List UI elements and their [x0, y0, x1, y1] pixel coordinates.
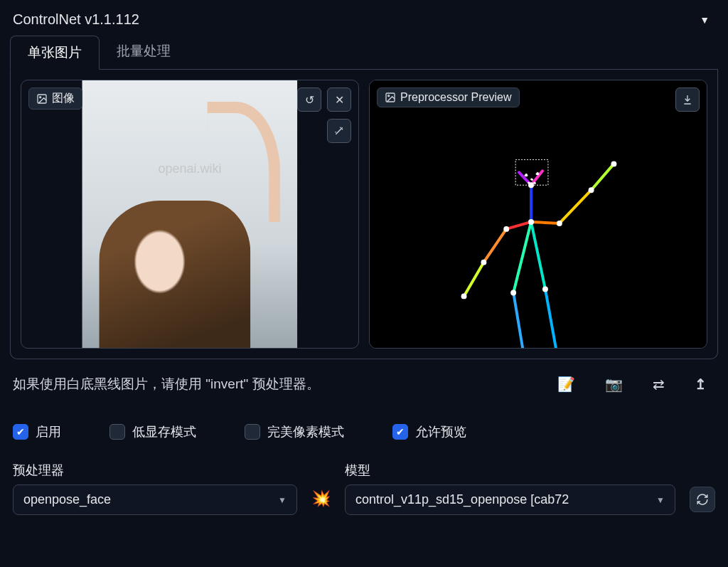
download-icon — [682, 94, 693, 105]
send-up-icon[interactable]: ↥ — [695, 376, 707, 393]
watermark: drawing — [167, 201, 212, 216]
hint-action-icons: 📝 📷 ⇄ ↥ — [557, 376, 715, 393]
preprocessor-label: 预处理器 — [13, 462, 297, 479]
svg-point-22 — [503, 226, 509, 232]
svg-point-20 — [589, 187, 594, 193]
download-button[interactable] — [675, 88, 700, 112]
refresh-models-button[interactable] — [690, 487, 715, 512]
image-icon — [36, 93, 48, 105]
preprocessor-model-row: 预处理器 openpose_face ▼ 💥 模型 control_v11p_s… — [13, 462, 715, 515]
preprocessor-select[interactable]: openpose_face ▼ — [13, 484, 297, 515]
svg-point-31 — [531, 179, 533, 181]
svg-point-32 — [528, 182, 530, 184]
tab-batch[interactable]: 批量处理 — [100, 35, 188, 69]
svg-point-26 — [510, 290, 516, 295]
collapse-toggle-icon[interactable]: ▼ — [700, 14, 715, 26]
input-image-label-text: 图像 — [52, 91, 75, 106]
model-value: control_v11p_sd15_openpose [cab72 — [355, 492, 569, 507]
allowpreview-label: 允许预览 — [415, 423, 466, 440]
preview-label: Preprocessor Preview — [377, 88, 520, 107]
enable-label: 启用 — [36, 423, 61, 440]
model-select[interactable]: control_v11p_sd15_openpose [cab72 ▼ — [345, 484, 675, 515]
input-image-panel[interactable]: 图像 ↺ ✕ openai.wiki drawing — [21, 80, 359, 349]
svg-point-1 — [40, 96, 41, 97]
svg-point-29 — [525, 174, 528, 176]
chevron-down-icon: ▼ — [278, 495, 287, 505]
image-panels: 图像 ↺ ✕ openai.wiki drawing Preprocessor … — [10, 70, 718, 359]
edit-button[interactable] — [327, 119, 351, 143]
input-image-label: 图像 — [28, 88, 82, 110]
swap-icon[interactable]: ⇄ — [653, 376, 665, 393]
checkbox-icon — [109, 424, 125, 440]
pixelperfect-label: 完美像素模式 — [267, 423, 344, 440]
svg-point-24 — [461, 293, 467, 299]
checkbox-icon: ✔ — [13, 424, 28, 440]
new-canvas-icon[interactable]: 📝 — [557, 376, 575, 393]
preview-label-text: Preprocessor Preview — [400, 91, 512, 104]
svg-point-19 — [557, 221, 562, 226]
pixelperfect-checkbox[interactable]: 完美像素模式 — [245, 423, 344, 440]
close-icon: ✕ — [335, 93, 344, 107]
svg-point-25 — [542, 286, 548, 292]
refresh-icon — [696, 493, 709, 506]
checkbox-icon — [245, 424, 260, 440]
checkbox-row: ✔ 启用 低显存模式 完美像素模式 ✔ 允许预览 — [13, 423, 715, 440]
chevron-down-icon: ▼ — [656, 495, 665, 505]
checkbox-icon: ✔ — [392, 424, 408, 440]
clear-button[interactable]: ✕ — [327, 88, 351, 112]
magic-wand-icon — [333, 125, 345, 137]
svg-line-6 — [531, 222, 560, 223]
lowvram-checkbox[interactable]: 低显存模式 — [109, 423, 196, 440]
watermark: openai.wiki — [158, 161, 221, 176]
invert-hint-text: 如果使用白底黑线图片，请使用 "invert" 预处理器。 — [13, 375, 320, 393]
svg-rect-4 — [372, 80, 705, 348]
model-label: 模型 — [345, 462, 675, 479]
pose-skeleton-preview — [370, 80, 707, 348]
input-image: openai.wiki drawing — [82, 80, 297, 348]
undo-button[interactable]: ↺ — [297, 88, 321, 112]
image-icon — [385, 92, 396, 103]
svg-point-23 — [481, 260, 486, 265]
svg-point-18 — [528, 219, 534, 225]
svg-point-21 — [611, 161, 616, 166]
undo-icon: ↺ — [305, 93, 314, 107]
svg-point-33 — [534, 182, 536, 184]
preprocessor-value: openpose_face — [23, 492, 111, 507]
run-preprocessor-button[interactable]: 💥 — [311, 489, 331, 508]
app-title: ControlNet v1.1.112 — [13, 11, 139, 28]
camera-icon[interactable]: 📷 — [605, 376, 623, 393]
allowpreview-checkbox[interactable]: ✔ 允许预览 — [392, 423, 466, 440]
enable-checkbox[interactable]: ✔ 启用 — [13, 423, 61, 440]
lowvram-label: 低显存模式 — [132, 423, 196, 440]
svg-point-30 — [536, 172, 539, 175]
tab-single-image[interactable]: 单张图片 — [10, 36, 100, 70]
tab-bar: 单张图片 批量处理 — [10, 35, 718, 70]
preprocessor-preview-panel: Preprocessor Preview — [369, 80, 707, 349]
svg-point-3 — [388, 95, 390, 97]
